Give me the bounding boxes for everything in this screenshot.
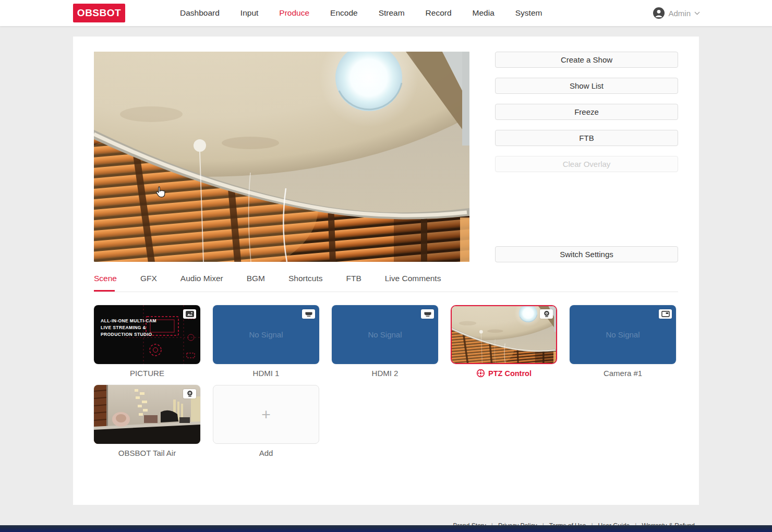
scene-label: Camera #1 xyxy=(570,369,676,378)
scene-label: HDMI 2 xyxy=(332,369,438,378)
create-a-show-button[interactable]: Create a Show xyxy=(495,52,678,68)
preview-video-frame xyxy=(94,52,469,262)
scene-thumb-picture[interactable]: ALL-IN-ONE MULTI-CAM LIVE STREAMING & PR… xyxy=(94,305,200,364)
scene-cell-hdmi2: No Signal HDMI 2 xyxy=(332,305,438,378)
switch-settings-button[interactable]: Switch Settings xyxy=(495,246,678,262)
ptz-control-button[interactable]: PTZ Control xyxy=(451,369,557,378)
scene-grid: ALL-IN-ONE MULTI-CAM LIVE STREAMING & PR… xyxy=(94,305,678,457)
scene-cell-ptz: PTZ Control xyxy=(451,305,557,378)
tab-ftb[interactable]: FTB xyxy=(346,274,361,292)
obsbot-logo[interactable]: OBSBOT xyxy=(73,4,125,22)
tab-gfx[interactable]: GFX xyxy=(140,274,157,292)
user-menu[interactable]: Admin xyxy=(653,0,700,26)
produce-panel: Create a Show Show List Freeze FTB Clear… xyxy=(73,37,699,505)
user-name: Admin xyxy=(668,9,691,18)
avatar xyxy=(653,7,665,19)
tab-live-comments[interactable]: Live Comments xyxy=(385,274,441,292)
top-navbar: OBSBOT Dashboard Input Produce Encode St… xyxy=(0,0,772,26)
nav-item-encode[interactable]: Encode xyxy=(330,8,358,18)
nav-item-stream[interactable]: Stream xyxy=(379,8,405,18)
camera-icon xyxy=(540,309,553,319)
tab-shortcuts[interactable]: Shortcuts xyxy=(288,274,322,292)
scene-cell-add: + Add xyxy=(213,385,319,457)
picture-overlay-text: ALL-IN-ONE MULTI-CAM LIVE STREAMING & PR… xyxy=(101,318,156,337)
nav-item-produce[interactable]: Produce xyxy=(279,8,309,18)
freeze-button[interactable]: Freeze xyxy=(495,104,678,120)
hdmi-icon xyxy=(421,309,434,319)
scene-label: Add xyxy=(213,449,319,457)
tab-audio-mixer[interactable]: Audio Mixer xyxy=(180,274,223,292)
plus-icon: + xyxy=(261,407,271,422)
scene-thumb-hdmi2[interactable]: No Signal xyxy=(332,305,438,364)
scene-label: OBSBOT Tail Air xyxy=(94,449,200,457)
scene-thumb-hdmi1[interactable]: No Signal xyxy=(213,305,319,364)
ptz-crosshair-icon xyxy=(476,369,485,378)
nav-item-system[interactable]: System xyxy=(515,8,542,18)
nav-item-record[interactable]: Record xyxy=(426,8,452,18)
scene-thumb-tail-air[interactable] xyxy=(94,385,200,444)
add-scene-button[interactable]: + xyxy=(213,385,319,444)
nav-links: Dashboard Input Produce Encode Stream Re… xyxy=(180,0,542,26)
chevron-down-icon xyxy=(694,11,700,15)
screen-icon xyxy=(659,309,672,319)
nav-item-media[interactable]: Media xyxy=(473,8,494,18)
image-icon xyxy=(183,309,196,319)
scene-thumb-ptz-selected[interactable] xyxy=(451,305,557,364)
scene-cell-tail-air: OBSBOT Tail Air xyxy=(94,385,200,457)
obsbot-produce-page: { "nav": { "logo": "OBSBOT", "items": ["… xyxy=(0,0,772,532)
footer-bar xyxy=(0,525,772,532)
produce-tabs: Scene GFX Audio Mixer BGM Shortcuts FTB … xyxy=(94,274,678,292)
nav-item-dashboard[interactable]: Dashboard xyxy=(180,8,220,18)
tab-bgm[interactable]: BGM xyxy=(247,274,265,292)
show-list-button[interactable]: Show List xyxy=(495,78,678,94)
nav-item-input[interactable]: Input xyxy=(240,8,258,18)
clear-overlay-button: Clear Overlay xyxy=(495,156,678,172)
ftb-button[interactable]: FTB xyxy=(495,130,678,146)
camera-icon xyxy=(183,389,196,398)
scene-thumb-camera1[interactable]: No Signal xyxy=(570,305,676,364)
program-preview[interactable] xyxy=(94,52,469,262)
scene-label: HDMI 1 xyxy=(213,369,319,378)
scene-cell-hdmi1: No Signal HDMI 1 xyxy=(213,305,319,378)
scene-label: PICTURE xyxy=(94,369,200,378)
ptz-control-label: PTZ Control xyxy=(488,369,532,378)
scene-cell-camera1: No Signal Camera #1 xyxy=(570,305,676,378)
hdmi-icon xyxy=(302,309,315,319)
tab-scene[interactable]: Scene xyxy=(94,274,117,292)
scene-cell-picture: ALL-IN-ONE MULTI-CAM LIVE STREAMING & PR… xyxy=(94,305,200,378)
